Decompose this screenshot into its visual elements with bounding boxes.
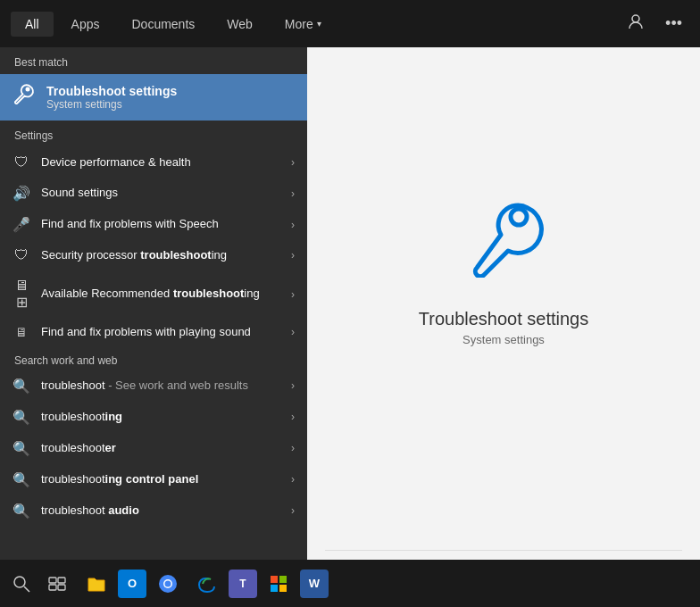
svg-line-8 bbox=[24, 586, 29, 592]
wrench-icon bbox=[12, 83, 36, 112]
chevron-right-icon: › bbox=[291, 288, 295, 301]
chevron-right-icon: › bbox=[291, 326, 295, 338]
taskbar-search-button[interactable] bbox=[7, 566, 36, 602]
best-match-text: Troubleshoot settings System settings bbox=[46, 84, 177, 111]
tab-apps[interactable]: Apps bbox=[57, 12, 114, 37]
item-text: Sound settings bbox=[41, 186, 280, 201]
person-icon[interactable] bbox=[621, 10, 651, 37]
chevron-right-icon: › bbox=[291, 442, 295, 454]
best-match-subtitle: System settings bbox=[46, 98, 177, 111]
search-icon bbox=[12, 440, 30, 457]
list-item-troubleshoot-web[interactable]: troubleshoot - See work and web results … bbox=[0, 370, 307, 402]
svg-point-4 bbox=[511, 209, 527, 225]
svg-rect-16 bbox=[271, 576, 278, 583]
shield-icon bbox=[12, 154, 30, 170]
taskbar-outlook-button[interactable]: O bbox=[118, 570, 146, 598]
item-text: Find and fix problems with playing sound bbox=[41, 325, 280, 340]
taskbar-teams-button[interactable]: T bbox=[229, 570, 257, 598]
item-text: Find and fix problems with Speech bbox=[41, 217, 280, 232]
search-icon bbox=[12, 409, 30, 426]
best-match-title: Troubleshoot settings bbox=[46, 84, 177, 98]
best-match-title-bold: settings bbox=[126, 84, 178, 98]
taskbar-file-explorer-button[interactable] bbox=[79, 566, 114, 602]
item-text: Available Recommended troubleshooting bbox=[41, 287, 280, 302]
best-match-label: Best match bbox=[0, 47, 307, 74]
svg-rect-10 bbox=[58, 578, 65, 583]
right-content: Troubleshoot settings System settings bbox=[307, 47, 700, 550]
svg-point-7 bbox=[14, 577, 25, 587]
chevron-right-icon: › bbox=[291, 379, 295, 392]
screen-icon: ⊞ bbox=[12, 278, 30, 311]
chevron-down-icon: ▾ bbox=[317, 19, 321, 29]
mic-icon bbox=[12, 216, 30, 233]
chevron-right-icon: › bbox=[291, 249, 295, 262]
list-item-troubleshooting[interactable]: troubleshooting › bbox=[0, 402, 307, 433]
item-text: Security processor troubleshooting bbox=[41, 248, 280, 263]
list-item-speech[interactable]: Find and fix problems with Speech › bbox=[0, 209, 307, 240]
left-panel: Best match Troubleshoot settings System … bbox=[0, 47, 307, 607]
main-container: Best match Troubleshoot settings System … bbox=[0, 47, 700, 607]
best-match-item[interactable]: Troubleshoot settings System settings bbox=[0, 74, 307, 121]
svg-rect-17 bbox=[279, 576, 287, 583]
right-title: Troubleshoot settings bbox=[419, 309, 588, 329]
list-item-sound-settings[interactable]: Sound settings › bbox=[0, 178, 307, 209]
list-item-available-recommended[interactable]: ⊞ Available Recommended troubleshooting … bbox=[0, 270, 307, 318]
ellipsis-icon[interactable]: ••• bbox=[658, 11, 689, 37]
sound-icon bbox=[12, 185, 30, 202]
tab-all-label: All bbox=[25, 17, 39, 31]
chevron-right-icon: › bbox=[291, 187, 295, 200]
item-text: troubleshooter bbox=[41, 441, 280, 456]
svg-point-15 bbox=[165, 580, 171, 586]
svg-point-0 bbox=[632, 15, 639, 22]
taskbar-chrome-button[interactable] bbox=[150, 566, 186, 602]
tab-web[interactable]: Web bbox=[212, 12, 267, 37]
tab-more[interactable]: More ▾ bbox=[271, 12, 336, 37]
taskbar-task-view-button[interactable] bbox=[39, 566, 75, 602]
svg-rect-19 bbox=[279, 585, 287, 592]
list-item-troubleshooting-control-panel[interactable]: troubleshooting control panel › bbox=[0, 464, 307, 495]
svg-rect-9 bbox=[49, 578, 56, 583]
search-icon bbox=[12, 471, 30, 488]
settings-section-label: Settings bbox=[0, 121, 307, 147]
chevron-right-icon: › bbox=[291, 473, 295, 486]
svg-rect-11 bbox=[49, 585, 56, 590]
list-item-security-troubleshooting[interactable]: Security processor troubleshooting › bbox=[0, 240, 307, 270]
tab-web-label: Web bbox=[227, 17, 253, 31]
svg-rect-12 bbox=[58, 585, 65, 590]
item-text: troubleshoot audio bbox=[41, 503, 280, 519]
chevron-right-icon: › bbox=[291, 411, 295, 423]
svg-rect-18 bbox=[271, 585, 278, 592]
right-subtitle: System settings bbox=[462, 333, 545, 346]
list-item-troubleshoot-audio[interactable]: troubleshoot audio › bbox=[0, 495, 307, 527]
taskbar-word-button[interactable]: W bbox=[300, 570, 329, 598]
chevron-right-icon: › bbox=[291, 156, 295, 169]
list-item-troubleshooter[interactable]: troubleshooter › bbox=[0, 433, 307, 464]
web-section-label: Search work and web bbox=[0, 347, 307, 370]
chevron-right-icon: › bbox=[291, 219, 295, 231]
search-icon bbox=[12, 378, 30, 395]
screen-icon: 🖥 bbox=[12, 325, 30, 339]
top-navigation: All Apps Documents Web More ▾ ••• bbox=[0, 0, 700, 47]
tab-more-label: More bbox=[285, 17, 313, 31]
shield-icon bbox=[12, 247, 30, 263]
tab-documents-label: Documents bbox=[131, 17, 195, 31]
wrench-large-icon bbox=[463, 197, 544, 295]
item-text: Device performance & health bbox=[41, 155, 280, 170]
list-item-device-performance[interactable]: Device performance & health › bbox=[0, 147, 307, 178]
list-item-playing-sound[interactable]: 🖥 Find and fix problems with playing sou… bbox=[0, 318, 307, 347]
taskbar: O T W bbox=[0, 560, 700, 607]
item-text: troubleshoot - See work and web results bbox=[41, 378, 280, 394]
search-icon bbox=[12, 503, 30, 520]
right-panel: Troubleshoot settings System settings Op… bbox=[307, 47, 700, 607]
item-text: troubleshooting control panel bbox=[41, 472, 280, 487]
svg-point-1 bbox=[26, 87, 30, 92]
tab-apps-label: Apps bbox=[71, 17, 100, 31]
chevron-right-icon: › bbox=[291, 504, 295, 517]
tab-documents[interactable]: Documents bbox=[117, 12, 209, 37]
taskbar-edge-button[interactable] bbox=[189, 566, 225, 602]
item-text: troubleshooting bbox=[41, 410, 280, 425]
taskbar-store-button[interactable] bbox=[261, 566, 296, 602]
best-match-title-normal: Troubleshoot bbox=[46, 84, 126, 98]
tab-all[interactable]: All bbox=[11, 12, 54, 37]
